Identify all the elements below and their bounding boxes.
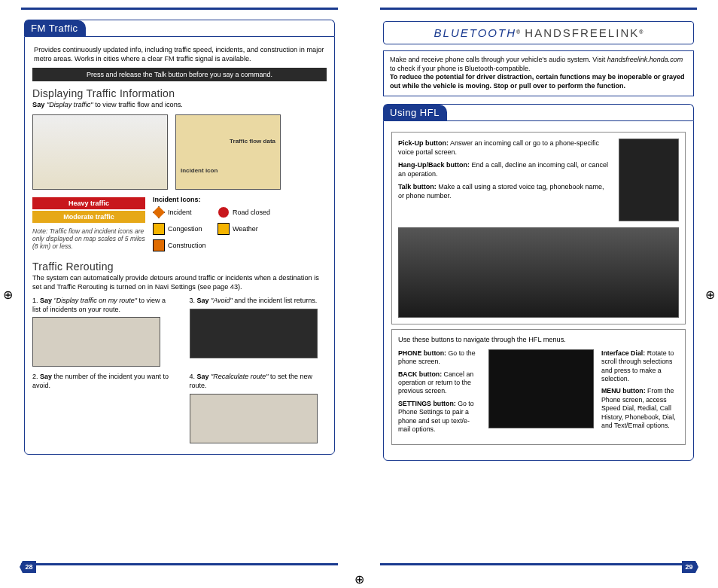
displaying-traffic-body: Say "Display traffic" to view traffic fl… — [32, 101, 327, 110]
traffic-rerouting-heading: Traffic Rerouting — [32, 260, 327, 273]
page-rule-top — [380, 8, 697, 10]
console-image — [488, 349, 594, 428]
page-rule-bottom — [21, 563, 338, 565]
page-spread: ⊕ ⊕ ⊕ FM Traffic Provides continuously u… — [0, 0, 718, 588]
step1-image — [32, 317, 160, 367]
steering-controls-box: Pick-Up button: Answer an incoming call … — [391, 132, 686, 324]
section-title: FM Traffic — [25, 20, 86, 36]
step3-image — [190, 309, 318, 358]
section-tab-wrap: Using HFL — [383, 104, 694, 120]
road-closed-icon — [218, 206, 230, 218]
displaying-traffic-heading: Displaying Traffic Information — [32, 87, 327, 99]
section-tab-wrap: FM Traffic — [24, 20, 335, 36]
talk-instruction-bar: Press and release the Talk button before… — [32, 68, 327, 81]
incident-icons-grid: Incident Road closed Congestion Weather … — [153, 206, 327, 251]
hfl-menu-box: Use these buttons to navigate through th… — [391, 329, 686, 445]
page-rule-bottom — [380, 563, 697, 565]
step4-image — [190, 394, 318, 443]
page-number-left: 28 — [20, 561, 36, 573]
dashboard-image — [398, 227, 679, 318]
using-hfl-title: Using HFL — [384, 105, 447, 120]
steps-grid: 1. Say "Display traffic on my route" to … — [32, 297, 327, 443]
weather-icon — [218, 223, 230, 235]
step-2: 2. Say the number of the incident you wa… — [32, 373, 170, 443]
hfl-nav-caption: Use these buttons to navigate through th… — [398, 336, 679, 345]
bluetooth-hfl-title: BLUETOOTH® HANDSFREELINK® — [383, 21, 694, 44]
traffic-rerouting-body: The system can automatically provide det… — [32, 274, 327, 292]
steering-buttons-text: Pick-Up button: Answer an incoming call … — [398, 139, 611, 221]
incident-icons-heading: Incident Icons: — [153, 196, 327, 203]
intro-text: Provides continuously updated info, incl… — [34, 46, 325, 63]
legend-heavy: Heavy traffic — [32, 197, 145, 209]
incident-icon — [153, 206, 165, 218]
fm-traffic-panel: Provides continuously updated info, incl… — [24, 36, 335, 455]
steering-controls-image — [619, 139, 679, 221]
page-right: BLUETOOTH® HANDSFREELINK® Make and recei… — [359, 0, 718, 588]
map-row: Incident icon Traffic flow data — [32, 114, 327, 190]
left-button-col: PHONE button: Go to the phone screen. BA… — [398, 349, 481, 438]
step-4: 4. Say "Recalculate route" to set the ne… — [190, 373, 327, 443]
legend-moderate: Moderate traffic — [32, 211, 145, 223]
page-number-right: 29 — [682, 561, 698, 573]
step-3: 3. Say "Avoid" and the incident list ret… — [190, 297, 327, 367]
map-detail-image: Incident icon Traffic flow data — [175, 114, 281, 190]
step-1: 1. Say "Display traffic on my route" to … — [32, 297, 170, 367]
page-rule-top — [21, 8, 338, 10]
using-hfl-panel: Pick-Up button: Answer an incoming call … — [383, 120, 694, 461]
congestion-icon — [153, 223, 165, 235]
map-overview-image — [32, 114, 168, 190]
right-button-col: Interface Dial: Rotate to scroll through… — [601, 349, 679, 438]
note-text: Note: Traffic flow and incident icons ar… — [32, 227, 145, 250]
bluetooth-info-box: Make and receive phone calls through you… — [383, 50, 694, 96]
page-left: FM Traffic Provides continuously updated… — [0, 0, 359, 588]
construction-icon — [153, 239, 165, 251]
